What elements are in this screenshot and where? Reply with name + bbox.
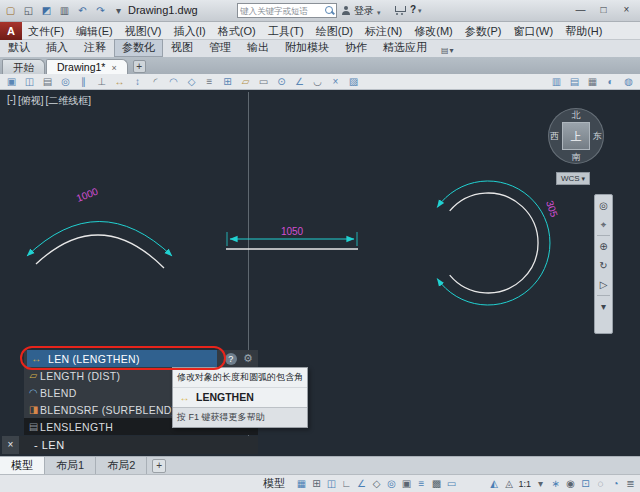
graphics-performance-icon[interactable]: ◔: [610, 478, 621, 489]
parameters-manager-icon[interactable]: ▨: [347, 75, 360, 89]
lineweight-icon[interactable]: ≡: [416, 478, 427, 489]
menu-help[interactable]: 帮助(H): [559, 22, 608, 40]
horizontal-constraint-icon[interactable]: ↔: [113, 75, 126, 89]
help-menu-button[interactable]: ?: [410, 4, 422, 15]
close-tab-icon[interactable]: [111, 60, 116, 75]
navbar-options-chevron-icon[interactable]: ▾: [596, 298, 611, 315]
viewcube-top-face[interactable]: 上: [562, 122, 590, 150]
new-layout-button[interactable]: [152, 459, 166, 473]
snap-icon[interactable]: ⊞: [311, 478, 322, 489]
right-dimension-arc[interactable]: [437, 181, 550, 305]
search-help-icon[interactable]: ?: [225, 353, 237, 365]
ribbon-tab-insert[interactable]: 插入: [38, 39, 76, 57]
transparency-icon[interactable]: ▩: [431, 478, 442, 489]
open-file-icon[interactable]: ◱: [21, 3, 36, 18]
isolate-objects-icon[interactable]: ◌: [595, 478, 606, 489]
menu-parametric[interactable]: 参数(P): [459, 22, 508, 40]
smooth-constraint-icon[interactable]: ◠: [167, 75, 180, 89]
aligned-dimension-icon[interactable]: ◡: [311, 75, 324, 89]
equal-constraint-icon[interactable]: ≡: [203, 75, 216, 89]
ribbon-tab-annotate[interactable]: 注释: [76, 39, 114, 57]
layout-tab-layout2[interactable]: 布局2: [96, 457, 147, 474]
ortho-icon[interactable]: ∟: [341, 478, 352, 489]
object-snap-icon[interactable]: ▣: [401, 478, 412, 489]
menu-dimension[interactable]: 标注(N): [359, 22, 408, 40]
command-line-input[interactable]: - LEN: [19, 436, 258, 454]
viewcube-east-label[interactable]: 东: [593, 130, 602, 143]
layout-tab-model[interactable]: 模型: [0, 457, 45, 474]
customize-icon[interactable]: ≣: [625, 478, 636, 489]
zoom-icon[interactable]: ⊕: [596, 238, 611, 255]
menu-file[interactable]: 文件(F): [22, 22, 70, 40]
annotation-autoscale-icon[interactable]: ◬: [503, 478, 514, 489]
perpendicular-constraint-icon[interactable]: ⊥: [95, 75, 108, 89]
minimize-button[interactable]: —: [569, 1, 592, 19]
menu-tools[interactable]: 工具(T): [262, 22, 310, 40]
menu-insert[interactable]: 插入(I): [167, 22, 211, 40]
maximize-button[interactable]: □: [592, 1, 615, 19]
new-file-icon[interactable]: ▢: [3, 3, 18, 18]
menu-edit[interactable]: 编辑(E): [70, 22, 119, 40]
symmetric-constraint-icon[interactable]: ◇: [185, 75, 198, 89]
search-icon[interactable]: [324, 5, 335, 16]
workspace-cube-icon[interactable]: ▣: [5, 75, 18, 89]
save-icon[interactable]: ◩: [39, 3, 54, 18]
angular-dimension-icon[interactable]: ∠: [293, 75, 306, 89]
tangent-constraint-icon[interactable]: ◜: [149, 75, 162, 89]
sign-in-button[interactable]: 登录: [341, 4, 381, 18]
annotation-visibility-icon[interactable]: ◭: [488, 478, 499, 489]
command-window-close-icon[interactable]: ×: [2, 436, 19, 454]
middle-dimension-text[interactable]: 1050: [281, 226, 304, 237]
ribbon-tab-home[interactable]: 默认: [0, 39, 38, 57]
selection-cycling-icon[interactable]: ▭: [446, 478, 457, 489]
infer-constraints-icon[interactable]: ◫: [326, 478, 337, 489]
hide-constraints-icon[interactable]: ▭: [257, 75, 270, 89]
app-logo-button[interactable]: A: [0, 22, 22, 40]
menu-draw[interactable]: 绘图(D): [310, 22, 359, 40]
suggestion-len-lengthen[interactable]: ↔ LEN (LENGTHEN): [27, 350, 217, 367]
ribbon-tab-manage[interactable]: 管理: [201, 39, 239, 57]
plot-icon[interactable]: ▥: [57, 3, 72, 18]
coincident-constraint-icon[interactable]: ◫: [23, 75, 36, 89]
wcs-dropdown[interactable]: WCS: [556, 172, 590, 185]
radius-dimension-icon[interactable]: ⊙: [275, 75, 288, 89]
input-settings-gear-icon[interactable]: ⚙: [243, 352, 253, 365]
grid-icon[interactable]: ▦: [296, 478, 307, 489]
tool-palettes-icon[interactable]: ▦: [586, 75, 599, 89]
viewcube-south-label[interactable]: 南: [540, 151, 612, 164]
viewport-controls-menu[interactable]: [-]: [7, 94, 16, 108]
menu-modify[interactable]: 修改(M): [408, 22, 459, 40]
quick-properties-icon[interactable]: ⊡: [580, 478, 591, 489]
auto-constrain-icon[interactable]: ⊞: [221, 75, 234, 89]
navigation-wheel-icon[interactable]: ◎: [596, 197, 611, 214]
sheet-set-manager-icon[interactable]: ▤: [568, 75, 581, 89]
show-motion-icon[interactable]: ▷: [596, 276, 611, 293]
model-space-button[interactable]: 模型: [258, 475, 290, 492]
concentric-constraint-icon[interactable]: ◎: [59, 75, 72, 89]
right-arc-dimension-text[interactable]: 305: [544, 199, 560, 219]
file-tab-drawing1[interactable]: Drawing1*: [46, 59, 128, 74]
orbit-icon[interactable]: ↻: [596, 257, 611, 274]
scale-caret-icon[interactable]: ▾: [535, 478, 546, 489]
undo-icon[interactable]: ↶: [75, 3, 90, 18]
show-constraints-icon[interactable]: ▱: [239, 75, 252, 89]
left-arc-dimension-text[interactable]: 1000: [75, 185, 100, 203]
workspace-switching-icon[interactable]: ∗: [550, 478, 561, 489]
pan-icon[interactable]: ⌖: [596, 216, 611, 233]
vertical-constraint-icon[interactable]: ↕: [131, 75, 144, 89]
object-snap-tracking-icon[interactable]: ◎: [386, 478, 397, 489]
qat-dropdown-icon[interactable]: ▾: [111, 3, 126, 18]
app-store-cart-icon[interactable]: [394, 5, 406, 16]
parallel-constraint-icon[interactable]: ∥: [77, 75, 90, 89]
isometric-drafting-icon[interactable]: ◇: [371, 478, 382, 489]
search-input[interactable]: [238, 6, 324, 16]
menu-window[interactable]: 窗口(W): [507, 22, 559, 40]
left-arc-entity[interactable]: [36, 235, 164, 268]
ribbon-tab-output[interactable]: 输出: [239, 39, 277, 57]
ribbon-tab-parametric[interactable]: 参数化: [114, 39, 163, 57]
annotation-monitor-icon[interactable]: ◉: [565, 478, 576, 489]
render-presets-icon[interactable]: ◍: [622, 75, 635, 89]
drawing-viewport[interactable]: 1000 1050 305 [-] [俯视] [二维线框] 上 北 南 西 东 …: [0, 90, 640, 456]
collinear-constraint-icon[interactable]: ▤: [41, 75, 54, 89]
new-drawing-tab-button[interactable]: [133, 60, 146, 73]
